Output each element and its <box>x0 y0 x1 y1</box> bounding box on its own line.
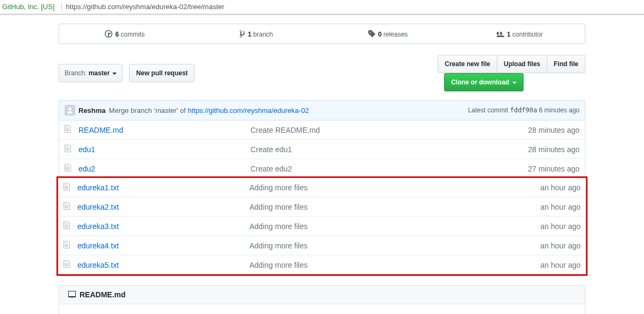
highlighted-region: edureka1.txtAdding more filesan hour ago… <box>56 176 588 276</box>
file-name-link[interactable]: edureka3.txt <box>77 222 119 231</box>
caret-down-icon <box>112 73 117 75</box>
file-time: an hour ago <box>500 261 581 269</box>
releases-label: releases <box>383 31 407 38</box>
file-time: 28 minutes ago <box>499 145 579 154</box>
file-time: an hour ago <box>500 222 581 231</box>
url-text: https://github.com/reyshma/edureka-02/tr… <box>66 3 225 11</box>
file-row: edu1Create edu128 minutes ago <box>59 139 585 159</box>
file-time: an hour ago <box>500 241 581 250</box>
file-name-link[interactable]: edu1 <box>78 145 95 154</box>
contributors-label: contributor <box>512 31 543 38</box>
find-file-button[interactable]: Find file <box>547 55 585 73</box>
commits-label: commits <box>121 31 145 38</box>
file-icon <box>63 202 72 212</box>
commits-cell[interactable]: 6 commits <box>59 24 191 44</box>
person-icon <box>66 106 74 114</box>
file-row: README.mdCreate README.md28 minutes ago <box>59 120 585 139</box>
file-icon <box>65 144 73 154</box>
file-time: 27 minutes ago <box>499 165 579 173</box>
clone-download-button[interactable]: Clone or download <box>444 73 523 91</box>
file-name-link[interactable]: edureka1.txt <box>77 183 119 192</box>
history-icon <box>105 30 112 38</box>
file-name-link[interactable]: edureka4.txt <box>77 241 119 250</box>
file-commit-message[interactable]: Adding more files <box>249 222 500 231</box>
new-pull-request-button[interactable]: New pull request <box>129 64 195 82</box>
file-commit-message[interactable]: Create edu2 <box>251 165 499 173</box>
readme-header: README.md <box>59 286 585 304</box>
repo-summary-bar: 6 commits 1 branch 0 releases 1 contribu… <box>59 24 585 44</box>
caret-down-icon <box>512 82 517 84</box>
file-row: edureka5.txtAdding more filesan hour ago <box>58 255 586 274</box>
file-name-link[interactable]: edureka2.txt <box>77 203 119 211</box>
commits-count: 6 <box>116 31 119 38</box>
commit-author[interactable]: Reshma <box>78 106 106 115</box>
file-icon <box>63 182 72 192</box>
branch-label: Branch: <box>65 69 87 77</box>
file-row: edureka3.txtAdding more filesan hour ago <box>58 216 586 236</box>
file-icon <box>65 125 73 135</box>
file-nav-left: Branch: master New pull request <box>59 64 195 82</box>
commit-message-link[interactable]: https://github.com/reyshma/edureka-02 <box>188 106 309 115</box>
file-name-link[interactable]: edu2 <box>78 165 95 173</box>
file-name-link[interactable]: edureka5.txt <box>77 261 119 269</box>
file-commit-message[interactable]: Create README.md <box>251 126 499 134</box>
readme-filename: README.md <box>80 290 126 299</box>
file-commit-message[interactable]: Adding more files <box>249 241 500 250</box>
file-name-link[interactable]: README.md <box>78 126 123 134</box>
file-row: edureka1.txtAdding more filesan hour ago <box>58 178 586 197</box>
latest-commit-label: Latest commit <box>468 106 509 114</box>
branch-value: master <box>89 69 110 77</box>
branches-label: branch <box>253 31 273 38</box>
tag-icon <box>368 30 375 38</box>
file-nav-right: Create new file Upload files Find file C… <box>438 55 585 91</box>
contributors-count: 1 <box>507 31 511 38</box>
avatar[interactable] <box>65 105 75 116</box>
file-icon <box>63 240 72 251</box>
commit-message-text: Merge branch 'master' of <box>109 106 188 115</box>
file-time: an hour ago <box>500 183 581 192</box>
file-icon <box>63 260 72 270</box>
branch-select-button[interactable]: Branch: master <box>59 64 123 82</box>
branches-cell[interactable]: 1 branch <box>191 24 323 44</box>
file-list: README.mdCreate README.md28 minutes agoe… <box>59 120 585 276</box>
latest-commit-meta: Latest commit fddf90a 6 minutes ago <box>468 106 579 114</box>
separator <box>61 3 62 11</box>
commit-sha[interactable]: fddf90a <box>510 106 538 114</box>
file-row: edureka4.txtAdding more filesan hour ago <box>58 236 586 255</box>
releases-cell[interactable]: 0 releases <box>322 24 454 44</box>
address-bar[interactable]: GitHub, Inc. [US] https://github.com/rey… <box>0 0 644 14</box>
releases-count: 0 <box>378 31 382 38</box>
file-time: 28 minutes ago <box>499 126 579 134</box>
file-icon <box>63 221 72 231</box>
secure-badge: GitHub, Inc. [US] <box>2 3 55 11</box>
latest-commit-bar: Reshma Merge branch 'master' of https://… <box>59 100 585 120</box>
file-row: edureka2.txtAdding more filesan hour ago <box>58 197 586 216</box>
file-commit-message[interactable]: Create edu1 <box>251 145 499 154</box>
branches-count: 1 <box>248 31 252 38</box>
file-icon <box>65 163 73 174</box>
upload-files-button[interactable]: Upload files <box>497 55 547 73</box>
contributors-cell[interactable]: 1 contributor <box>454 24 585 44</box>
commit-message: Merge branch 'master' of https://github.… <box>109 106 309 115</box>
commit-time: 6 minutes ago <box>539 106 579 114</box>
readme-box: README.md edureka-02 <box>59 285 585 314</box>
clone-label: Clone or download <box>451 78 509 86</box>
branch-icon <box>240 30 245 38</box>
file-commit-message[interactable]: Adding more files <box>249 183 500 192</box>
divider <box>0 14 644 15</box>
file-commit-message[interactable]: Adding more files <box>249 261 500 269</box>
create-new-file-button[interactable]: Create new file <box>438 55 497 73</box>
book-icon <box>68 290 76 299</box>
file-time: an hour ago <box>500 203 581 211</box>
file-commit-message[interactable]: Adding more files <box>249 203 500 211</box>
file-row: edu2Create edu227 minutes ago <box>59 159 585 178</box>
file-navigation: Branch: master New pull request Create n… <box>59 55 585 91</box>
people-icon <box>496 30 504 38</box>
